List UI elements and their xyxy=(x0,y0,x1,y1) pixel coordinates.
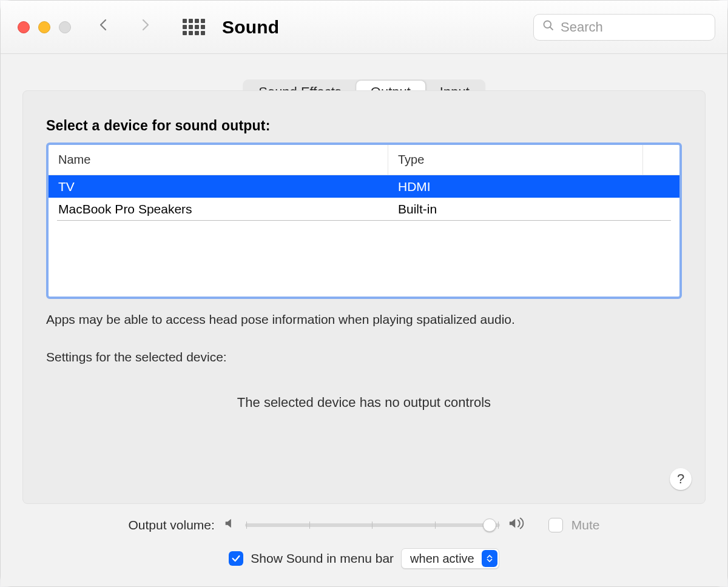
forward-button[interactable] xyxy=(138,16,156,38)
mute-checkbox[interactable] xyxy=(548,518,563,532)
table-row[interactable]: MacBook Pro Speakers Built-in xyxy=(49,198,679,220)
page-title: Sound xyxy=(222,17,279,38)
device-type: HDMI xyxy=(388,179,679,194)
device-name: TV xyxy=(49,179,388,194)
show-sound-mode-popup[interactable]: when active xyxy=(401,548,499,569)
spatial-audio-hint: Apps may be able to access head pose inf… xyxy=(46,312,682,327)
titlebar: Sound xyxy=(1,1,727,54)
select-device-label: Select a device for sound output: xyxy=(46,118,682,134)
popup-value: when active xyxy=(410,552,474,566)
table-divider xyxy=(57,220,671,221)
column-header-name[interactable]: Name xyxy=(49,145,388,175)
svg-point-0 xyxy=(544,21,551,29)
search-input[interactable] xyxy=(561,19,706,35)
mute-label: Mute xyxy=(571,518,600,532)
zoom-window-button[interactable] xyxy=(59,21,71,33)
output-volume-row: Output volume: Mute xyxy=(1,516,727,534)
output-panel: Select a device for sound output: Name T… xyxy=(22,90,706,504)
window-controls xyxy=(18,21,71,33)
column-header-type[interactable]: Type xyxy=(388,145,643,175)
search-icon xyxy=(542,19,554,35)
minimize-window-button[interactable] xyxy=(38,21,50,33)
svg-line-1 xyxy=(550,27,553,30)
volume-low-icon xyxy=(223,517,237,533)
no-output-controls-text: The selected device has no output contro… xyxy=(46,395,682,411)
slider-thumb[interactable] xyxy=(483,518,496,532)
device-type: Built-in xyxy=(388,202,679,216)
output-volume-slider[interactable] xyxy=(245,523,500,527)
volume-high-icon xyxy=(508,516,527,534)
back-button[interactable] xyxy=(96,16,115,38)
footer-controls: Output volume: Mute Show Sound in xyxy=(1,504,727,586)
output-volume-label: Output volume: xyxy=(128,518,214,532)
help-button[interactable]: ? xyxy=(670,468,692,490)
nav-arrows xyxy=(96,16,156,38)
settings-for-device-label: Settings for the selected device: xyxy=(46,350,682,364)
show-sound-in-menubar-row: Show Sound in menu bar when active xyxy=(1,548,727,569)
device-name: MacBook Pro Speakers xyxy=(49,202,388,216)
output-device-table[interactable]: Name Type TV HDMI MacBook Pro Speakers B… xyxy=(46,143,682,299)
show-all-prefs-button[interactable] xyxy=(183,19,205,35)
content-area: Sound Effects Output Input Select a devi… xyxy=(1,54,727,586)
close-window-button[interactable] xyxy=(18,21,30,33)
sound-preferences-window: Sound Sound Effects Output Input Select … xyxy=(0,0,728,587)
search-field[interactable] xyxy=(533,14,715,41)
popup-stepper-icon xyxy=(482,550,497,567)
show-sound-label: Show Sound in menu bar xyxy=(251,551,394,566)
table-row[interactable]: TV HDMI xyxy=(49,175,679,198)
show-sound-checkbox[interactable] xyxy=(229,551,243,566)
table-header: Name Type xyxy=(49,145,679,175)
